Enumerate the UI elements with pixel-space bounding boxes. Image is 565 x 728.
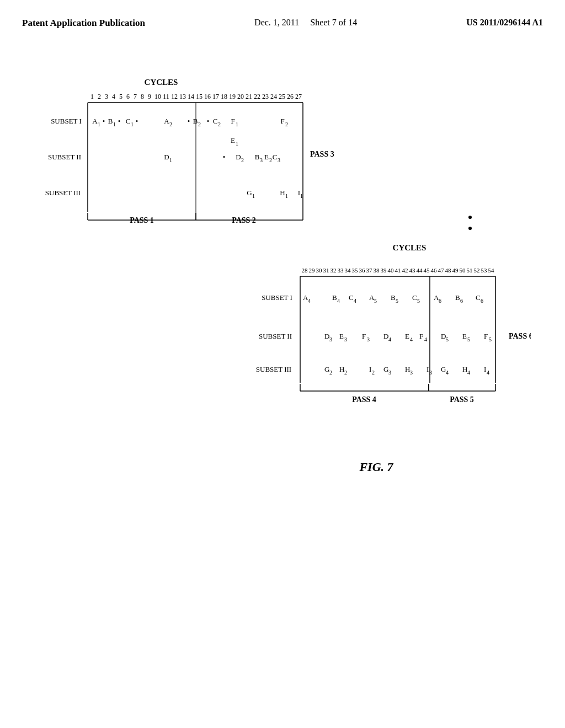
svg-text:2: 2 — [169, 121, 172, 127]
svg-text:3: 3 — [329, 336, 332, 342]
publication-number: US 2011/0296144 A1 — [466, 17, 543, 29]
svg-text:C: C — [273, 153, 278, 161]
svg-text:48: 48 — [445, 267, 452, 274]
svg-text:2: 2 — [285, 121, 288, 127]
svg-text:46: 46 — [431, 267, 438, 274]
svg-text:25: 25 — [279, 93, 285, 100]
svg-text:35: 35 — [352, 267, 359, 274]
cycles-label-right: CYCLES — [393, 243, 427, 252]
svg-text:15: 15 — [196, 93, 202, 100]
svg-text:2: 2 — [329, 370, 332, 376]
sheet-info: Sheet 7 of 14 — [310, 18, 357, 27]
svg-text:G: G — [383, 365, 388, 373]
figure-label: FIG. 7 — [359, 460, 393, 474]
svg-text:1: 1 — [90, 93, 94, 100]
svg-text:D: D — [383, 332, 388, 340]
page-header: Patent Application Publication Dec. 1, 2… — [0, 0, 565, 35]
svg-text:9: 9 — [148, 93, 151, 100]
svg-text:5: 5 — [417, 298, 420, 304]
svg-text:G: G — [441, 365, 446, 373]
svg-text:23: 23 — [262, 93, 269, 100]
svg-text:44: 44 — [417, 267, 423, 274]
svg-text:F: F — [362, 332, 366, 340]
svg-text:30: 30 — [316, 267, 323, 274]
svg-point-167 — [468, 227, 472, 230]
publication-date: Dec. 1, 2011 — [254, 18, 299, 27]
svg-text:C: C — [476, 293, 481, 302]
svg-text:5: 5 — [374, 298, 377, 304]
svg-text:3: 3 — [367, 336, 370, 342]
svg-text:6: 6 — [481, 298, 483, 304]
svg-text:13: 13 — [179, 93, 186, 100]
svg-text:7: 7 — [134, 93, 137, 100]
svg-text:41: 41 — [395, 267, 401, 274]
svg-text:2: 2 — [269, 157, 272, 163]
svg-text:F: F — [419, 332, 423, 340]
svg-text:3: 3 — [344, 336, 347, 342]
svg-text:•: • — [136, 117, 138, 125]
svg-text:B: B — [255, 153, 260, 161]
subset-ii-label-right: SUBSET II — [259, 332, 292, 340]
svg-text:16: 16 — [204, 93, 211, 100]
svg-text:27: 27 — [295, 93, 302, 100]
svg-text:2: 2 — [218, 121, 221, 127]
subset-ii-label-left: SUBSET II — [48, 153, 81, 161]
svg-text:D: D — [236, 153, 241, 161]
svg-text:C: C — [126, 117, 131, 125]
svg-text:34: 34 — [345, 267, 351, 274]
svg-text:12: 12 — [171, 93, 178, 100]
svg-text:6: 6 — [460, 298, 463, 304]
svg-text:20: 20 — [237, 93, 244, 100]
svg-text:33: 33 — [338, 267, 344, 274]
svg-text:4: 4 — [446, 370, 449, 376]
svg-text:24: 24 — [270, 93, 277, 100]
svg-text:54: 54 — [488, 267, 495, 274]
svg-text:38: 38 — [374, 267, 380, 274]
svg-text:31: 31 — [323, 267, 329, 274]
svg-text:I: I — [427, 365, 429, 373]
pass5-label: PASS 5 — [450, 395, 474, 404]
publication-date-sheet: Dec. 1, 2011 Sheet 7 of 14 — [254, 17, 357, 29]
svg-text:49: 49 — [452, 267, 459, 274]
figure-7-diagram: CYCLES 1 2 3 4 5 6 7 8 9 10 11 12 13 14 … — [34, 57, 531, 664]
svg-text:1: 1 — [285, 193, 288, 199]
svg-text:39: 39 — [381, 267, 387, 274]
svg-text:F: F — [231, 117, 234, 125]
svg-text:A: A — [92, 117, 98, 125]
svg-text:19: 19 — [229, 93, 236, 100]
subset-iii-label-right: SUBSET III — [256, 365, 291, 373]
svg-text:47: 47 — [438, 267, 445, 274]
svg-text:•: • — [103, 117, 105, 125]
subset-iii-label-left: SUBSET III — [45, 189, 81, 197]
figure-container: CYCLES 1 2 3 4 5 6 7 8 9 10 11 12 13 14 … — [22, 57, 543, 664]
svg-text:B: B — [391, 293, 396, 302]
svg-text:4: 4 — [388, 336, 391, 342]
svg-text:2: 2 — [241, 157, 244, 163]
svg-text:2: 2 — [344, 370, 347, 376]
svg-text:4: 4 — [337, 298, 340, 304]
subset-i-label-right: SUBSET I — [262, 293, 292, 302]
svg-text:43: 43 — [409, 267, 416, 274]
svg-text:1: 1 — [98, 121, 100, 127]
svg-point-166 — [468, 216, 472, 219]
svg-text:3: 3 — [410, 370, 413, 376]
cycles-label-left: CYCLES — [145, 78, 178, 87]
svg-text:H: H — [339, 365, 344, 373]
svg-text:4: 4 — [354, 298, 356, 304]
svg-text:36: 36 — [359, 267, 366, 274]
pass6-label: PASS 6 — [509, 332, 531, 340]
svg-text:D: D — [324, 332, 329, 340]
svg-text:I: I — [369, 365, 371, 373]
svg-text:H: H — [280, 189, 285, 197]
svg-text:E: E — [264, 153, 269, 161]
publication-title: Patent Application Publication — [22, 17, 145, 30]
pass3-label: PASS 3 — [310, 150, 334, 158]
svg-text:E: E — [405, 332, 409, 340]
svg-text:1: 1 — [169, 157, 172, 163]
svg-text:50: 50 — [460, 267, 466, 274]
svg-text:D: D — [164, 153, 169, 161]
svg-text:45: 45 — [424, 267, 430, 274]
svg-text:2: 2 — [198, 121, 201, 127]
svg-text:28: 28 — [302, 267, 308, 274]
figure-content: CYCLES 1 2 3 4 5 6 7 8 9 10 11 12 13 14 … — [0, 35, 565, 675]
